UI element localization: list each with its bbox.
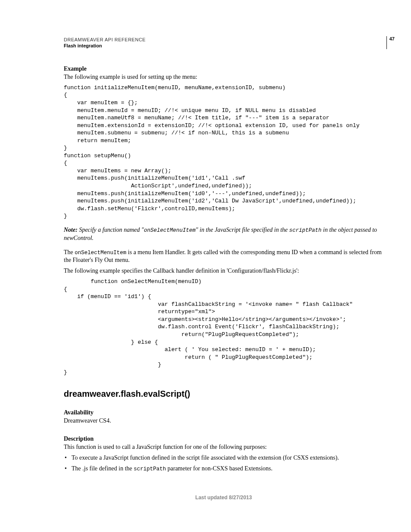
api-heading: dreamweaver.flash.evalScript() (64, 389, 383, 399)
page-number: 47 (386, 36, 395, 49)
description-heading: Description (64, 436, 383, 442)
para1-pre: The (64, 249, 75, 255)
note-paragraph: Note: Specify a function named "onSelect… (64, 226, 383, 243)
para1-code: onSelectMenuItem (75, 250, 126, 256)
note-text-pre: Specify a function named " (78, 227, 144, 233)
bullet2-post: parameter for non-CSXS based Extensions. (166, 465, 272, 472)
description-text: This function is used to call a JavaScri… (64, 443, 383, 451)
example-heading: Example (64, 65, 383, 72)
bullet-item-2: The .js file defined in the scriptPath p… (72, 465, 383, 473)
code-block-onselect: function onSelectMenuItem(menuID) { if (… (64, 278, 383, 376)
doc-section-title: Flash integration (64, 43, 383, 48)
bullet2-pre: The .js file defined in the (72, 465, 134, 472)
bullet2-code: scriptPath (134, 466, 166, 472)
code-block-setup-menu: function initializeMenuItem(menuID, menu… (64, 84, 383, 220)
description-bullets: To execute a JavaScript function defined… (64, 454, 383, 473)
note-code-1: onSelectMenuItem (144, 227, 196, 233)
doc-reference-title: DREAMWEAVER API REFERENCE (64, 37, 383, 42)
paragraph-handler: The onSelectMenuItem is a menu Item Hand… (64, 249, 383, 265)
availability-heading: Availability (64, 409, 383, 416)
note-label: Note: (64, 227, 78, 233)
paragraph-callback-intro: The following example specifies the Call… (64, 267, 383, 275)
note-text-mid: " in the JavaScript file specified in th… (196, 227, 289, 233)
example-intro: The following example is used for settin… (64, 73, 383, 81)
bullet-item-1: To execute a JavaScript function defined… (72, 454, 383, 462)
page-container: 47 DREAMWEAVER API REFERENCE Flash integ… (0, 0, 411, 518)
note-code-2: scriptPath (289, 227, 321, 233)
availability-text: Dreamweaver CS4. (64, 417, 383, 425)
footer-last-updated: Last updated 8/27/2013 (64, 495, 383, 501)
